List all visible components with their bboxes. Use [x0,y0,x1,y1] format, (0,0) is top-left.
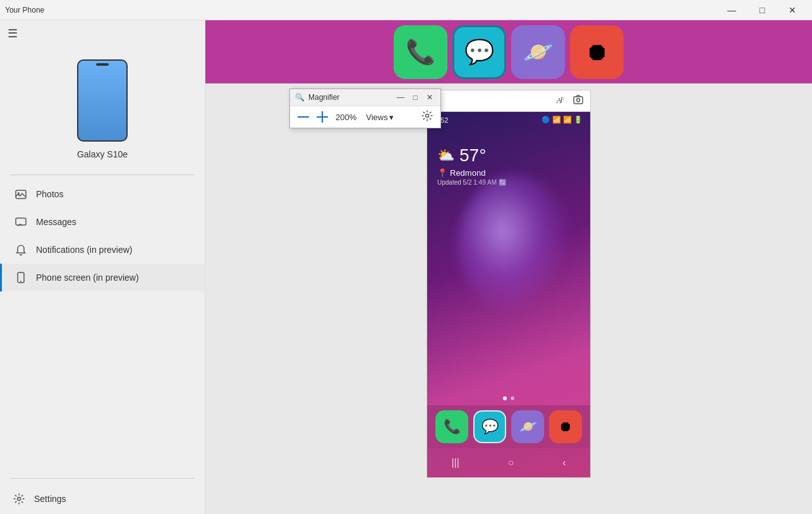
magnifier-titlebar: 🔍 Magnifier — □ ✕ [290,89,440,106]
sidebar-item-settings[interactable]: Settings [0,484,205,514]
phone-screen-label: Phone screen (in preview) [36,272,139,283]
sidebar-item-photos[interactable]: Photos [0,180,205,208]
back-button[interactable]: ‹ [555,455,573,471]
magnifier-zoom-level: 200% [333,113,359,122]
sidebar-bottom: Settings [0,473,205,514]
status-icons: 🔵 📶 📶 🔋 [542,116,583,124]
sidebar-divider-top [10,174,195,175]
magnifier-zoom-in-button[interactable] [314,110,330,124]
magnifier-settings-button[interactable] [419,109,435,125]
bluetooth-icon: 🔵 [542,116,550,124]
title-bar: Your Phone — □ ✕ [0,0,812,20]
settings-label: Settings [34,494,66,504]
device-thumbnail [77,59,128,142]
window-controls: — □ ✕ [717,0,807,20]
dock-app-browser[interactable]: 🪐 [511,410,544,443]
photos-icon [15,188,27,200]
app-container: ☰ Galaxy S10e Photos [0,20,812,514]
dock-dot-1 [503,396,507,400]
maximize-button[interactable]: □ [748,0,777,20]
magnifier-top-bar: 📞 💬 🪐 ⏺ [205,20,812,83]
magnifier-zoom-out-button[interactable] [295,114,312,119]
messages-icon [15,216,27,228]
phone-screen: 1:52 🔵 📶 📶 🔋 ⛅ 57° [427,111,591,478]
top-screenrecord-icon: ⏺ [570,25,624,79]
device-name: Galaxy S10e [77,149,128,159]
magnifier-restore-button[interactable]: □ [411,92,420,103]
weather-icon: ⛅ [437,147,454,164]
home-button[interactable]: ○ [500,455,522,471]
recent-apps-button[interactable]: ||| [444,455,466,471]
magnifier-window-icon: 🔍 [295,93,305,102]
svg-point-4 [20,281,21,282]
signal-icon: 📶 [563,116,572,124]
app-title: Your Phone [5,6,44,15]
chevron-down-icon: ▾ [389,113,394,122]
phone-display-container: A F 1:52 🔵 [427,90,591,478]
dock-dots [427,391,590,405]
sidebar: ☰ Galaxy S10e Photos [0,20,205,514]
phone-display-toolbar: A F [427,90,591,111]
magnifier-views-button[interactable]: Views ▾ [361,111,397,124]
sidebar-item-messages[interactable]: Messages [0,208,205,236]
magnifier-close-button[interactable]: ✕ [424,92,435,103]
svg-text:F: F [561,96,564,103]
app-dock: 📞 💬 🪐 ⏺ [427,405,590,448]
orb-decoration [458,175,571,314]
svg-rect-12 [574,97,583,104]
dock-app-screenrecord[interactable]: ⏺ [549,410,582,443]
svg-point-13 [577,99,580,102]
phone-status-bar: 1:52 🔵 📶 📶 🔋 [427,112,590,126]
wifi-icon: 📶 [552,116,561,124]
close-button[interactable]: ✕ [778,0,807,20]
settings-icon [13,493,25,505]
phone-nav-bar: ||| ○ ‹ [427,448,590,477]
messages-label: Messages [36,217,76,227]
magnifier-title: Magnifier [308,93,391,102]
svg-rect-6 [298,116,309,118]
top-messages-icon: 💬 [452,25,506,79]
device-section: Galaxy S10e [0,47,205,169]
svg-point-9 [426,114,429,118]
magnifier-minimize-button[interactable]: — [394,92,407,103]
top-browser-icon: 🪐 [511,25,565,79]
display-screenshot-button[interactable] [571,93,585,109]
weather-temperature: 57° [459,145,486,166]
display-text-button[interactable]: A F [554,93,567,109]
notifications-icon [15,243,27,256]
notifications-label: Notifications (in preview) [36,245,133,255]
svg-rect-8 [322,111,323,123]
minimize-button[interactable]: — [717,0,746,20]
main-content: 📞 💬 🪐 ⏺ 🔍 Magnifier — □ ✕ 200% [205,20,812,514]
hamburger-menu[interactable]: ☰ [8,27,18,40]
phone-screen-icon [15,271,27,284]
photos-label: Photos [36,189,64,199]
sidebar-item-phone-screen[interactable]: Phone screen (in preview) [0,264,205,291]
dock-app-messages[interactable]: 💬 [473,410,506,443]
top-phone-icon: 📞 [394,25,447,79]
svg-point-5 [18,498,21,501]
sidebar-item-notifications[interactable]: Notifications (in preview) [0,236,205,264]
magnifier-window: 🔍 Magnifier — □ ✕ 200% Views ▾ [289,89,441,128]
battery-icon: 🔋 [574,116,583,124]
sidebar-divider-bottom [10,478,195,479]
sidebar-header: ☰ [0,20,205,47]
magnifier-toolbar: 200% Views ▾ [290,106,440,128]
dock-app-phone[interactable]: 📞 [435,410,468,443]
location-pin-icon: 📍 [437,168,447,178]
dock-dot-2 [511,396,514,400]
